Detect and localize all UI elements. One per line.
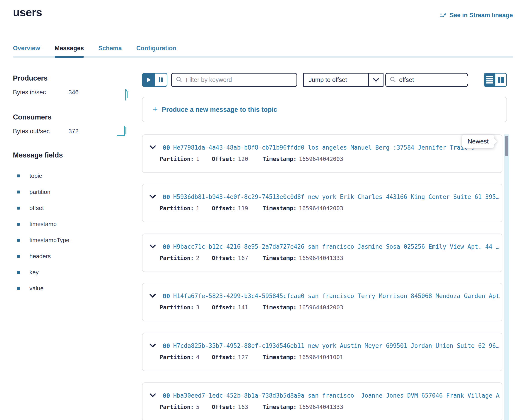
offset-value: 120 [238, 156, 248, 162]
search-icon [176, 76, 182, 83]
bytes-out-value: 372 [69, 128, 79, 135]
split-view-icon [498, 77, 504, 83]
offset-search-field [385, 73, 468, 87]
field-item-offset[interactable]: offset [13, 200, 69, 216]
field-item-timestampType[interactable]: timestampType [13, 232, 69, 248]
expand-chevron-icon[interactable] [149, 294, 156, 299]
message-meta: Partition:2 Offset:167 Timestamp:1659644… [160, 255, 343, 261]
play-button[interactable] [143, 74, 155, 86]
expand-chevron-icon[interactable] [149, 244, 156, 249]
bytes-in-label: Bytes in/sec [13, 89, 69, 96]
newest-tooltip: Newest [462, 135, 494, 148]
play-icon [147, 78, 151, 82]
field-item-key[interactable]: key [13, 264, 69, 280]
consumers-metric-row: Bytes out/sec 372 [13, 128, 117, 135]
stream-lineage-label: See in Stream lineage [450, 12, 513, 19]
offset-value: 127 [238, 354, 248, 360]
binary-key-icon: 00 [163, 194, 170, 201]
offset-value: 119 [238, 205, 248, 212]
message-row[interactable]: 00 H14fa67fe-5823-4299-b3c4-595845cfcae0… [142, 283, 502, 321]
message-row[interactable]: 00 He77981da-4a43-48ab-b8f8-cb71b96ffdd0… [142, 135, 502, 173]
tab-configuration[interactable]: Configuration [136, 45, 177, 58]
field-bullet-icon [17, 271, 20, 274]
newest-tooltip-label: Newest [468, 138, 489, 145]
pause-icon [159, 77, 160, 82]
filter-keyword-input[interactable] [185, 76, 293, 84]
field-bullet-icon [17, 287, 20, 290]
messages-scrollbar-thumb[interactable] [505, 136, 508, 156]
message-fields-list: topic partition offset timestamp timesta… [13, 168, 69, 296]
message-key-text: Hba30eed7-1edc-452b-8b1a-738d3b5d8a9a sa… [173, 392, 500, 399]
field-item-headers[interactable]: headers [13, 248, 69, 264]
bytes-in-value: 346 [69, 89, 79, 96]
pause-button[interactable] [155, 74, 167, 86]
tab-schema[interactable]: Schema [98, 45, 122, 58]
field-bullet-icon [17, 191, 20, 194]
partition-value: 4 [196, 354, 200, 360]
expand-chevron-icon[interactable] [149, 344, 156, 348]
offset-value: 167 [238, 255, 248, 261]
field-item-timestamp[interactable]: timestamp [13, 216, 69, 232]
split-view-button[interactable] [495, 74, 507, 86]
field-bullet-icon [17, 223, 20, 226]
message-meta: Partition:5 Offset:163 Timestamp:1659644… [160, 404, 343, 410]
search-icon [390, 76, 396, 83]
field-item-value[interactable]: value [13, 280, 69, 296]
list-view-icon [486, 76, 493, 83]
message-key-text: H5936db81-b943-4e0f-8c29-74513e0c0d8f ne… [173, 194, 500, 200]
filter-field [171, 73, 297, 87]
timestamp-value: 1659644041001 [299, 354, 343, 360]
message-meta: Partition:1 Offset:119 Timestamp:1659644… [160, 205, 343, 212]
producers-heading: Producers [13, 74, 47, 82]
timestamp-value: 1659644041333 [299, 404, 343, 410]
binary-key-icon: 00 [163, 342, 170, 349]
expand-chevron-icon[interactable] [149, 393, 156, 398]
produce-message-button[interactable]: + Produce a new message to this topic [142, 97, 507, 122]
messages-scrollbar-track[interactable] [504, 135, 509, 420]
partition-value: 1 [196, 156, 200, 162]
bytes-out-label: Bytes out/sec [13, 128, 69, 135]
partition-value: 2 [196, 255, 200, 261]
offset-value: 163 [238, 404, 248, 410]
page-title: users [13, 6, 42, 19]
chevron-down-icon[interactable] [368, 74, 383, 86]
timestamp-value: 1659644042003 [299, 205, 343, 212]
producers-sparkline [123, 87, 129, 102]
message-row[interactable]: 00 H9bacc71c-b12c-4216-8e95-2a7da727e426… [142, 233, 502, 272]
field-bullet-icon [17, 174, 20, 177]
produce-message-label: Produce a new message to this topic [162, 106, 277, 113]
message-row[interactable]: 00 H5936db81-b943-4e0f-8c29-74513e0c0d8f… [142, 184, 502, 222]
binary-key-icon: 00 [163, 392, 170, 399]
tab-messages[interactable]: Messages [54, 45, 84, 58]
expand-chevron-icon[interactable] [149, 145, 156, 150]
field-bullet-icon [17, 255, 20, 258]
messages-toolbar: Jump to offset [142, 73, 507, 87]
stream-lineage-icon [440, 12, 447, 18]
binary-key-icon: 00 [163, 144, 170, 151]
jump-to-offset-label: Jump to offset [304, 74, 368, 86]
field-item-partition[interactable]: partition [13, 184, 69, 200]
offset-search-input[interactable] [399, 76, 480, 84]
stream-lineage-link[interactable]: See in Stream lineage [440, 12, 513, 19]
consumers-heading: Consumers [13, 113, 52, 121]
timestamp-value: 1659644042003 [299, 304, 343, 311]
timestamp-value: 1659644042003 [299, 156, 343, 162]
binary-key-icon: 00 [163, 243, 170, 250]
message-row[interactable]: 00 Hba30eed7-1edc-452b-8b1a-738d3b5d8a9a… [142, 382, 502, 420]
expand-chevron-icon[interactable] [149, 195, 156, 199]
message-key-text: H7cda825b-35b7-4952-88ef-c193d546eb11 ne… [173, 342, 500, 349]
partition-value: 5 [196, 404, 200, 410]
list-view-button[interactable] [484, 74, 495, 86]
offset-value: 141 [238, 304, 248, 311]
tab-overview[interactable]: Overview [13, 45, 40, 58]
field-item-topic[interactable]: topic [13, 168, 69, 184]
play-pause-control [142, 73, 167, 87]
field-bullet-icon [17, 239, 20, 242]
message-meta: Partition:1 Offset:120 Timestamp:1659644… [160, 156, 343, 162]
field-bullet-icon [17, 207, 20, 210]
plus-icon: + [153, 105, 158, 114]
message-meta: Partition:4 Offset:127 Timestamp:1659644… [160, 354, 343, 360]
view-mode-toggle [484, 73, 507, 87]
message-row[interactable]: 00 H7cda825b-35b7-4952-88ef-c193d546eb11… [142, 333, 502, 371]
jump-to-offset-select[interactable]: Jump to offset [303, 73, 384, 87]
